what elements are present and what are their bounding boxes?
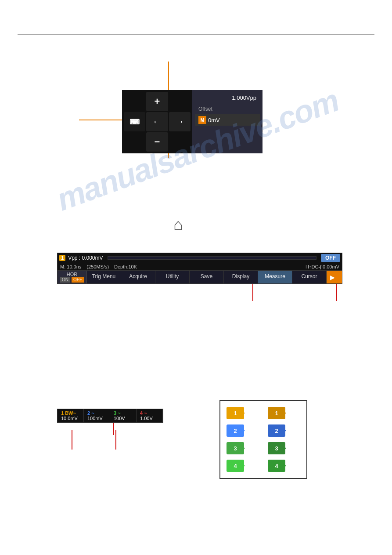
hor-on-button[interactable]: ON [60, 277, 70, 283]
minus-button[interactable]: − [146, 132, 168, 152]
right-arrow-button[interactable]: → [169, 112, 191, 131]
ch4-alt-icon[interactable]: 4 [268, 460, 285, 472]
left-arrow-button[interactable]: ← [146, 112, 168, 131]
value-panel: 1.000Vpp Offset M 0mV [192, 90, 263, 153]
osc-top-row: 1 Vpp : 0.000mV OFF [58, 253, 342, 263]
ch3-icon-label: 3 [234, 445, 237, 452]
measure-button[interactable]: Measure [258, 271, 292, 283]
ch3-value: 100V [114, 416, 133, 421]
ch1-indicator[interactable]: 1 BW~ 10.0mV [58, 409, 84, 422]
orange-accent-bar [338, 271, 342, 283]
offset-value-display: M 0mV [195, 114, 260, 126]
ch-red-line-2 [72, 430, 72, 450]
hor-off-button[interactable]: OFF [72, 277, 84, 283]
cursor-button[interactable]: Cursor [292, 271, 327, 283]
ch4-icon[interactable]: 4 [227, 460, 244, 472]
ch2-label: 2 ~ [87, 410, 106, 416]
ch2-alt-icon-label: 2 [275, 428, 278, 434]
sample-rate-info: (250MS/s) [86, 264, 109, 269]
time-info: M: 10.0ns [60, 264, 81, 269]
vpp-display: 1.000Vpp [195, 92, 260, 104]
ch4-value: 1.00V [140, 416, 159, 421]
offset-icon: M [198, 116, 206, 124]
channel-bar: 1 BW~ 10.0mV 2 ~ 100mV 3 ~ 100V 4 ~ 1.00… [57, 409, 163, 423]
channel-indicators: 1 BW~ 10.0mV 2 ~ 100mV 3 ~ 100V 4 ~ 1.00… [57, 409, 163, 423]
ch4-label: 4 ~ [140, 410, 159, 416]
ch3-label: 3 ~ [114, 410, 133, 416]
ch1-icon[interactable]: 1 [227, 407, 244, 419]
ch2-value: 100mV [87, 416, 106, 421]
ch2-icon-label: 2 [234, 428, 237, 434]
home-icon[interactable]: ⌂ [173, 215, 183, 234]
osc-timeline [108, 256, 316, 260]
plus-button[interactable]: + [146, 92, 168, 111]
ch4-icon-label: 4 [234, 463, 237, 469]
expand-arrow-button[interactable]: ▶ [327, 271, 338, 283]
ch1-badge: 1 [59, 255, 65, 261]
keyboard-button[interactable]: ⌨ [124, 112, 145, 131]
ch1-value: 10.0mV [61, 416, 80, 421]
ch2-icon[interactable]: 2 [227, 424, 244, 437]
dc-info: H↑DC-∫ 0.00mV [306, 264, 339, 269]
oscilloscope-bar: 1 Vpp : 0.000mV OFF M: 10.0ns (250MS/s) … [57, 253, 342, 284]
ch2-indicator[interactable]: 2 ~ 100mV [84, 409, 110, 422]
icons-grid-container: 1 1 2 2 3 3 4 4 [227, 407, 300, 472]
direction-pad: + ⌨ ← → − [122, 90, 192, 153]
ch3-alt-icon-label: 3 [275, 445, 278, 452]
home-section: ⌂ [173, 215, 183, 234]
ch-red-line-3 [115, 430, 116, 450]
hor-block: HOR ON OFF [58, 271, 87, 283]
save-button[interactable]: Save [190, 271, 224, 283]
ch3-icon[interactable]: 3 [227, 442, 244, 454]
vpp-label: Vpp : 0.000mV [68, 255, 103, 261]
offset-mv: 0mV [208, 117, 220, 123]
utility-button[interactable]: Utility [155, 271, 190, 283]
ch1-alt-icon[interactable]: 1 [268, 407, 285, 419]
osc-mid-row: M: 10.0ns (250MS/s) Depth:10K H↑DC-∫ 0.0… [58, 263, 342, 270]
ch3-alt-icon[interactable]: 3 [268, 442, 285, 454]
osc-menu-row: HOR ON OFF Trig Menu Acquire Utility Sav… [58, 270, 342, 283]
depth-info: Depth:10K [114, 264, 137, 269]
ch1-icon-label: 1 [234, 410, 237, 417]
keypad-container: + ⌨ ← → − 1.000Vpp Offset M 0mV [122, 90, 263, 153]
off-button[interactable]: OFF [321, 254, 340, 262]
channel-icon-grid: 1 1 2 2 3 3 4 4 [219, 400, 307, 479]
top-divider [18, 34, 374, 35]
display-button[interactable]: Display [224, 271, 258, 283]
ch4-alt-icon-label: 4 [275, 463, 278, 469]
hor-label: HOR [60, 272, 84, 277]
ch1-alt-icon-label: 1 [275, 410, 278, 417]
ch4-indicator[interactable]: 4 ~ 1.00V [137, 409, 163, 422]
ch2-alt-icon[interactable]: 2 [268, 424, 285, 437]
trig-menu-button[interactable]: Trig Menu [87, 271, 121, 283]
acquire-button[interactable]: Acquire [121, 271, 155, 283]
ch3-indicator[interactable]: 3 ~ 100V [110, 409, 137, 422]
hor-buttons: ON OFF [60, 277, 84, 283]
ch1-label: 1 BW~ [61, 410, 80, 416]
offset-label: Offset [195, 105, 260, 113]
osc-display: 1 Vpp : 0.000mV OFF M: 10.0ns (250MS/s) … [57, 253, 342, 284]
keypad-section: + ⌨ ← → − 1.000Vpp Offset M 0mV [122, 90, 263, 153]
